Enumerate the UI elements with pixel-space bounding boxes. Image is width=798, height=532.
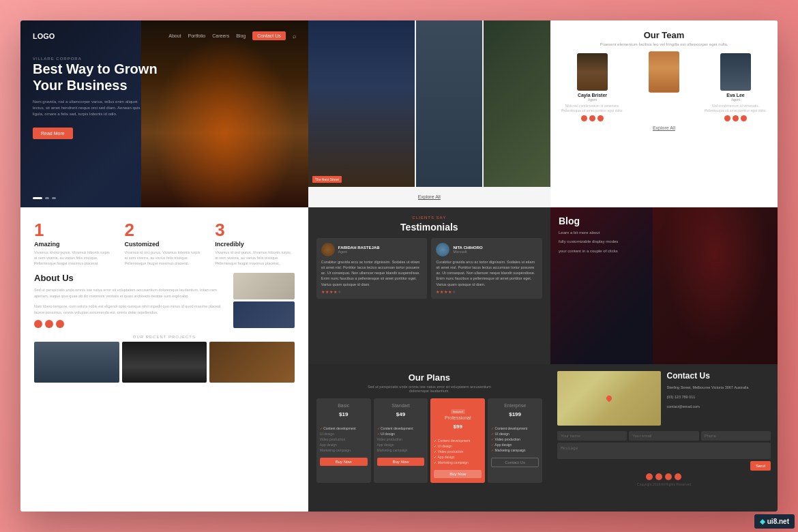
nav-link-careers[interactable]: Careers (212, 33, 229, 38)
carousel-dot-active[interactable] (33, 197, 42, 199)
member-1-twitter-icon[interactable] (597, 115, 604, 121)
nav-link-portfolio[interactable]: Portfolio (188, 33, 206, 38)
member-1-instagram-icon[interactable] (589, 115, 595, 121)
plan-standart-feat-3: Video production (377, 437, 425, 441)
portfolio-explore-link[interactable]: Explore All (308, 187, 550, 207)
plan-prof-feat-3: Video production (434, 449, 482, 454)
star-4: ★ (448, 289, 452, 294)
plan-professional-badge: featured (451, 409, 465, 414)
team-explore-link[interactable]: Explore All (559, 125, 769, 130)
plan-standart-feat-4: App design (377, 443, 425, 447)
hero-read-more-button[interactable]: Read More (33, 128, 73, 139)
member-3-instagram-icon[interactable] (733, 115, 739, 121)
pricing-subtitle: Sed ut perspiciatis unde omnis iste natu… (316, 385, 542, 393)
member-1-facebook-icon[interactable] (581, 115, 587, 121)
plan-basic-button[interactable]: Buy Now (320, 458, 368, 466)
copyright-text: Copyright 2018 All Rights Reserved (557, 482, 771, 486)
plan-ent-feat-5: Marketing campaign (491, 448, 539, 452)
contact-message-input[interactable] (557, 443, 771, 459)
member-1-role: Agent (559, 98, 626, 102)
contact-email-input[interactable] (629, 431, 698, 441)
contact-social-twitter-icon[interactable] (665, 473, 672, 480)
about-para2: Nam libero tempore, cum soluta nobis est… (34, 304, 226, 316)
about-facebook-icon[interactable] (34, 320, 42, 328)
plan-basic-feat-2: UI design (320, 432, 368, 436)
member-3-twitter-icon[interactable] (741, 115, 747, 121)
plan-ent-feat-3: Video production (491, 437, 539, 441)
member-2-avatar (649, 51, 679, 93)
plan-standart-feat-1: Content development (377, 426, 425, 430)
testimonial-1-stars: ★ ★ ★ ★ ★ (321, 289, 423, 294)
testimonials-panel: CLIENTS SAY Testimonials FARIDAH RASTEJA… (308, 207, 550, 364)
nav-cta-button[interactable]: Contact Us (252, 31, 286, 40)
project-image-3 (209, 342, 295, 383)
project-image-2 (122, 342, 207, 383)
hero-panel: LOGO About Portfolio Careers Blog Contac… (20, 20, 308, 207)
plan-ent-feat-2: UI design (491, 432, 539, 436)
contact-submit-button[interactable]: Send (750, 461, 771, 471)
portfolio-panel: The Next Street Explore All (308, 20, 550, 207)
pricing-plans-row: Basic $19 Content development UI design … (316, 398, 542, 483)
contact-map (557, 371, 662, 426)
hero-title: Best Way to Grown Your Business (33, 61, 296, 93)
contact-phone-input[interactable] (701, 431, 771, 441)
plan-basic: Basic $19 Content development UI design … (316, 398, 371, 483)
plan-standart-price: $49 (377, 411, 425, 423)
about-title: About Us (34, 273, 226, 283)
watermark-icon: ◆ (760, 518, 765, 525)
page-wrapper: LOGO About Portfolio Careers Blog Contac… (0, 0, 798, 532)
member-3-facebook-icon[interactable] (724, 115, 730, 121)
about-section: About Us Sed ut perspiciatis unde omnis … (34, 273, 295, 327)
stat-item-1: 1 Amazing Vivamus id orci purus. Vivamus… (34, 220, 114, 267)
blog-desc-3: your content in a couple of clicks (559, 248, 769, 255)
star-1: ★ (321, 289, 325, 294)
plan-prof-feat-1: Content development (434, 439, 482, 443)
carousel-dot-2[interactable] (45, 197, 49, 199)
plan-enterprise-button[interactable]: Contact Us (491, 458, 539, 467)
portfolio-image-1-label: The Next Street (312, 176, 342, 183)
plan-basic-feat-5: Marketing campaign (320, 448, 368, 452)
plan-professional-button[interactable]: Buy Now (434, 470, 482, 478)
star-2: ★ (440, 289, 443, 294)
hero-background-image (141, 20, 308, 207)
portfolio-images-row: The Next Street (308, 20, 550, 187)
star-3: ★ (329, 289, 333, 294)
about-image-2 (233, 301, 295, 328)
team-title: Our Team (559, 30, 769, 40)
contact-social-facebook-icon[interactable] (646, 473, 653, 480)
testimonial-1-role: Agent (338, 250, 380, 254)
contact-social-row (557, 473, 771, 480)
testimonials-tag: CLIENTS SAY (316, 216, 542, 220)
member-1-name: Cayla Brister (559, 93, 626, 98)
team-member-2 (630, 53, 698, 121)
nav-link-about[interactable]: About (168, 33, 181, 38)
plan-basic-feat-4: App design (320, 443, 368, 447)
team-member-3: Eva Lee Agent Nisl condimentum id venena… (702, 53, 769, 121)
member-3-social (702, 115, 769, 121)
mockup-container: LOGO About Portfolio Careers Blog Contac… (20, 20, 778, 512)
stat-label-3: Incredibly (215, 241, 295, 248)
plan-standart-button[interactable]: Buy Now (377, 458, 425, 466)
contact-social-linkedin-icon[interactable] (675, 473, 681, 480)
plan-standart-feat-5: Marketing campaign (377, 448, 425, 452)
nav-link-blog[interactable]: Blog (236, 33, 246, 38)
testimonial-2-role: Microsoft (453, 250, 482, 254)
member-3-bio: Nisl condimentum id venenatis. Pellentes… (702, 104, 769, 113)
contact-social-instagram-icon[interactable] (655, 473, 662, 480)
search-icon[interactable]: ⌕ (293, 33, 296, 40)
member-3-avatar (720, 53, 751, 91)
star-5: ★ (338, 289, 341, 294)
about-text: About Us Sed ut perspiciatis unde omnis … (34, 273, 226, 327)
about-twitter-icon[interactable] (56, 320, 64, 328)
stat-item-2: 2 Customized Vivamus id orci purus. Viva… (125, 220, 205, 267)
about-image-1 (233, 273, 295, 299)
plan-enterprise: Enterprise $199 Content development UI d… (488, 398, 542, 483)
about-instagram-icon[interactable] (45, 320, 53, 328)
testimonial-2-avatar (436, 243, 449, 256)
ui8-watermark: ◆ ui8.net (754, 514, 795, 529)
stat-item-3: 3 Incredibly Vivamus id orci purus. Viva… (215, 220, 295, 267)
carousel-dot-3[interactable] (52, 197, 56, 199)
blog-desc-2: fully customizable display modes (559, 239, 769, 246)
contact-name-input[interactable] (557, 431, 627, 441)
blog-panel: Blog Learn a bit more about fully custom… (550, 207, 778, 364)
